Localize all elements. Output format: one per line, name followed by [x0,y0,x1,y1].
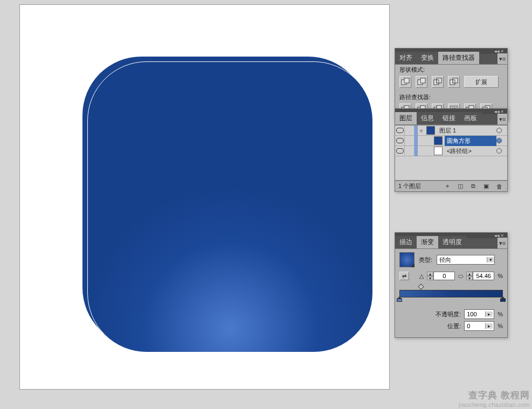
location-suffix: % [498,323,503,329]
layer-color-strip [414,136,418,146]
layers-list: ▿图层 1圆角方形<路径组> [395,125,507,181]
opacity-label: 不透明度: [436,310,461,318]
panel-menu-icon[interactable]: ▾≡ [498,53,507,64]
new-sublayer-icon[interactable]: ⧉ [468,182,478,191]
tab-links[interactable]: 链接 [438,112,460,124]
location-field[interactable]: ▸ [464,321,494,331]
visibility-toggle[interactable] [395,146,405,156]
aspect-ratio-icon: ⬭ [458,273,463,280]
watermark: 查字典 教程网 jiaocheng.chazidian.com [411,390,530,408]
opacity-suffix: % [498,311,503,317]
shape-modes-row: 扩展 [395,74,507,92]
watermark-line1: 查字典 教程网 [468,389,530,401]
gradient-stop-handle[interactable] [500,296,506,302]
panel-layers: ◂◂ × 图层 信息 链接 画板 ▾≡ ▿图层 1圆角方形<路径组> 1 个图层… [395,108,508,192]
angle-input[interactable] [433,272,455,280]
artwork-group[interactable] [82,56,368,352]
collapse-caret-icon[interactable]: ◂◂ [494,233,499,238]
location-label: 位置: [447,322,461,330]
gradient-type-value [437,256,487,264]
intersect-icon[interactable] [432,76,444,88]
visibility-toggle[interactable] [395,126,405,136]
layer-row[interactable]: ▿图层 1 [395,126,507,136]
opacity-input[interactable] [465,310,485,318]
lock-toggle[interactable] [405,136,414,146]
layer-name[interactable]: 图层 1 [437,126,496,136]
eye-icon [396,148,404,154]
tab-artboards[interactable]: 画板 [460,112,481,124]
reverse-gradient-icon[interactable]: ⇄ [399,272,409,280]
svg-rect-9 [453,80,455,83]
layer-name[interactable]: 圆角方形 [445,136,496,146]
new-layer-icon[interactable]: ▣ [481,182,491,191]
eye-icon [396,128,404,133]
lock-toggle[interactable] [405,146,414,156]
opacity-field[interactable]: ▸ [464,309,494,319]
pathfinders-label: 路径查找器: [395,92,507,101]
delete-layer-icon[interactable]: 🗑 [494,182,504,191]
make-clipping-mask-icon[interactable]: ◫ [455,182,465,191]
layer-thumb [434,147,443,155]
tab-stroke[interactable]: 描边 [395,236,417,248]
tab-pathfinder[interactable]: 路径查找器 [438,52,479,64]
target-icon[interactable] [496,128,502,133]
tab-gradient[interactable]: 渐变 [417,236,438,248]
layer-thumb [434,136,443,145]
minus-front-icon[interactable] [416,76,427,88]
gradient-midpoint-handle[interactable] [418,283,424,289]
watermark-line2: jiaocheng.chazidian.com [459,401,530,408]
expand-button[interactable]: 扩展 [464,76,499,88]
gradient-stop-row [399,297,503,304]
gradient-midpoint-row [399,285,503,290]
exclude-icon[interactable] [448,76,460,88]
svg-rect-3 [420,78,425,83]
tab-layers[interactable]: 图层 [395,112,417,124]
gradient-type-label: 类型: [419,256,432,264]
collapse-caret-icon[interactable]: ◂◂ [494,109,499,114]
svg-rect-1 [404,78,409,83]
chevron-down-icon[interactable]: ▾ [487,257,494,262]
rounded-rect-front[interactable] [87,61,373,352]
location-input[interactable] [465,322,485,330]
eye-icon [396,138,404,143]
target-icon[interactable] [496,138,502,143]
gradient-swatch[interactable] [399,252,414,267]
close-icon[interactable]: × [501,233,505,238]
panel-menu-icon[interactable]: ▾≡ [498,114,507,124]
gradient-type-select[interactable]: ▾ [437,255,495,265]
angle-icon: △ [419,273,424,280]
shape-modes-label: 形状模式: [395,65,507,74]
expand-toggle[interactable]: ▿ [418,128,424,134]
target-icon[interactable] [496,148,502,154]
panel-gradient: ◂◂ × 描边 渐变 透明度 ▾≡ 类型: ▾ ⇄ △ ▴▾ ⬭ ▴▾ [395,232,508,338]
opacity-stepper-icon[interactable]: ▸ [485,311,493,317]
unite-icon[interactable] [399,76,411,88]
svg-rect-6 [437,80,439,83]
layer-row[interactable]: 圆角方形 [395,136,507,146]
layers-footer: 1 个图层 ⌖ ◫ ⧉ ▣ 🗑 [395,181,507,191]
ratio-field[interactable]: ▴▾ [466,272,494,280]
tab-transparency[interactable]: 透明度 [438,236,466,248]
ratio-suffix: % [498,273,503,279]
layer-row[interactable]: <路径组> [395,146,507,156]
tab-align[interactable]: 对齐 [395,52,417,64]
layer-color-strip [414,146,418,156]
ratio-input[interactable] [473,272,494,280]
close-icon[interactable]: × [501,49,505,53]
visibility-toggle[interactable] [395,136,405,146]
gradient-bar[interactable] [399,290,503,297]
artboard[interactable] [19,4,390,390]
swatch-dropdown-icon[interactable] [411,264,414,267]
layer-name[interactable]: <路径组> [445,146,496,156]
tab-transform[interactable]: 变换 [417,52,438,64]
angle-field[interactable]: ▴▾ [427,272,455,280]
location-stepper-icon[interactable]: ▸ [485,323,493,329]
layer-count-label: 1 个图层 [398,182,421,190]
gradient-stop-handle[interactable] [397,296,402,302]
collapse-caret-icon[interactable]: ◂◂ [494,49,499,53]
locate-object-icon[interactable]: ⌖ [443,182,452,191]
lock-toggle[interactable] [405,126,414,136]
tab-info[interactable]: 信息 [417,112,438,124]
panel-menu-icon[interactable]: ▾≡ [498,238,507,248]
close-icon[interactable]: × [501,109,505,114]
